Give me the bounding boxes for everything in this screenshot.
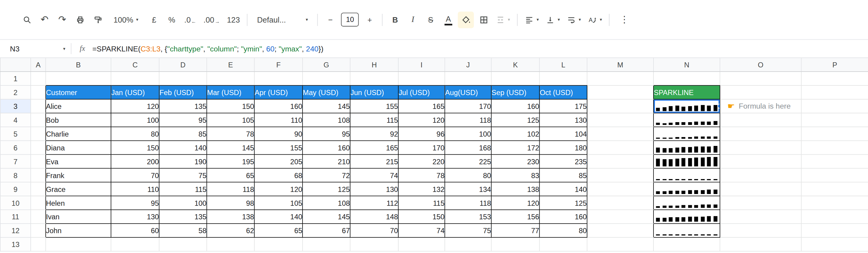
cell-J4[interactable]: 118: [445, 113, 491, 127]
cell-O4[interactable]: [720, 113, 801, 127]
column-header-G[interactable]: G: [303, 58, 350, 72]
cell-D1[interactable]: [159, 72, 207, 85]
cell-K12[interactable]: 77: [491, 223, 539, 238]
cell-F11[interactable]: 140: [254, 210, 303, 223]
column-header-M[interactable]: M: [587, 58, 653, 72]
cell-J1[interactable]: [445, 72, 491, 85]
cell-G13[interactable]: [303, 238, 350, 251]
row-header-4[interactable]: 4: [0, 113, 31, 127]
row-header-10[interactable]: 10: [0, 196, 31, 210]
cell-A2[interactable]: [31, 85, 46, 99]
cell-I8[interactable]: 78: [398, 168, 445, 182]
cell-B8[interactable]: Frank: [46, 168, 111, 182]
column-header-H[interactable]: H: [350, 58, 398, 72]
italic-button[interactable]: I: [405, 11, 421, 28]
cell-D4[interactable]: 95: [159, 113, 207, 127]
cell-H9[interactable]: 130: [350, 182, 398, 196]
cell-D7[interactable]: 190: [159, 155, 207, 169]
font-select[interactable]: Defaul... ▾: [254, 11, 311, 28]
cell-G9[interactable]: 125: [303, 182, 350, 196]
select-all-corner[interactable]: [0, 58, 31, 72]
cell-F8[interactable]: 68: [254, 168, 303, 182]
column-header-C[interactable]: C: [111, 58, 159, 72]
cell-H2[interactable]: Jun (USD): [350, 85, 398, 99]
cell-K6[interactable]: 172: [491, 141, 539, 155]
row-header-7[interactable]: 7: [0, 155, 31, 169]
cell-H6[interactable]: 165: [350, 141, 398, 155]
cell-P10[interactable]: [801, 196, 868, 210]
column-header-D[interactable]: D: [159, 58, 207, 72]
cell-H12[interactable]: 70: [350, 223, 398, 238]
font-size-input[interactable]: 10: [341, 13, 359, 27]
cell-N11[interactable]: [653, 210, 720, 223]
cell-I6[interactable]: 170: [398, 141, 445, 155]
cell-A1[interactable]: [31, 72, 46, 85]
cell-P5[interactable]: [801, 127, 868, 141]
formula-input[interactable]: =SPARKLINE(C3:L3, {"charttype", "column"…: [92, 44, 323, 53]
cell-I1[interactable]: [398, 72, 445, 85]
cell-C13[interactable]: [111, 238, 159, 251]
cell-D11[interactable]: 135: [159, 210, 207, 223]
cell-C1[interactable]: [111, 72, 159, 85]
cell-B11[interactable]: Ivan: [46, 210, 111, 223]
cell-B13[interactable]: [46, 238, 111, 251]
cell-H1[interactable]: [350, 72, 398, 85]
cell-F5[interactable]: 90: [254, 127, 303, 141]
cell-C4[interactable]: 100: [111, 113, 159, 127]
cell-E6[interactable]: 145: [207, 141, 254, 155]
cell-F10[interactable]: 105: [254, 196, 303, 210]
cell-G8[interactable]: 72: [303, 168, 350, 182]
cell-C12[interactable]: 60: [111, 223, 159, 238]
cell-L4[interactable]: 130: [539, 113, 587, 127]
cell-M10[interactable]: [587, 196, 653, 210]
cell-G12[interactable]: 67: [303, 223, 350, 238]
cell-G4[interactable]: 108: [303, 113, 350, 127]
name-box[interactable]: N3 ▾: [0, 44, 71, 53]
cell-K10[interactable]: 120: [491, 196, 539, 210]
cell-J13[interactable]: [445, 238, 491, 251]
cell-N10[interactable]: [653, 196, 720, 210]
cell-G7[interactable]: 210: [303, 155, 350, 169]
column-header-E[interactable]: E: [207, 58, 254, 72]
row-header-5[interactable]: 5: [0, 127, 31, 141]
cell-L5[interactable]: 104: [539, 127, 587, 141]
cell-B3[interactable]: Alice: [46, 99, 111, 113]
cell-P1[interactable]: [801, 72, 868, 85]
cell-F2[interactable]: Apr (USD): [254, 85, 303, 99]
cell-N13[interactable]: [653, 238, 720, 251]
column-header-P[interactable]: P: [801, 58, 868, 72]
cell-F6[interactable]: 155: [254, 141, 303, 155]
cell-I12[interactable]: 74: [398, 223, 445, 238]
cell-M13[interactable]: [587, 238, 653, 251]
cell-H5[interactable]: 92: [350, 127, 398, 141]
column-header-B[interactable]: B: [46, 58, 111, 72]
cell-E1[interactable]: [207, 72, 254, 85]
cell-P4[interactable]: [801, 113, 868, 127]
vertical-align-button[interactable]: ▾: [543, 11, 562, 28]
cell-M5[interactable]: [587, 127, 653, 141]
cell-L12[interactable]: 80: [539, 223, 587, 238]
cell-C11[interactable]: 130: [111, 210, 159, 223]
cell-C7[interactable]: 200: [111, 155, 159, 169]
cell-C5[interactable]: 80: [111, 127, 159, 141]
column-header-N[interactable]: N: [653, 58, 720, 72]
cell-H7[interactable]: 215: [350, 155, 398, 169]
increase-decimal-button[interactable]: .00→: [200, 11, 223, 28]
undo-button[interactable]: ↶: [36, 11, 53, 28]
cell-I11[interactable]: 150: [398, 210, 445, 223]
cell-F9[interactable]: 120: [254, 182, 303, 196]
cell-J11[interactable]: 153: [445, 210, 491, 223]
cell-O7[interactable]: [720, 155, 801, 169]
cell-A8[interactable]: [31, 168, 46, 182]
cell-I9[interactable]: 132: [398, 182, 445, 196]
cell-A6[interactable]: [31, 141, 46, 155]
cell-E13[interactable]: [207, 238, 254, 251]
cell-O1[interactable]: [720, 72, 801, 85]
row-header-1[interactable]: 1: [0, 72, 31, 85]
cell-B1[interactable]: [46, 72, 111, 85]
cell-A10[interactable]: [31, 196, 46, 210]
column-header-J[interactable]: J: [445, 58, 491, 72]
cell-O2[interactable]: [720, 85, 801, 99]
cell-K7[interactable]: 230: [491, 155, 539, 169]
print-button[interactable]: [72, 11, 88, 28]
